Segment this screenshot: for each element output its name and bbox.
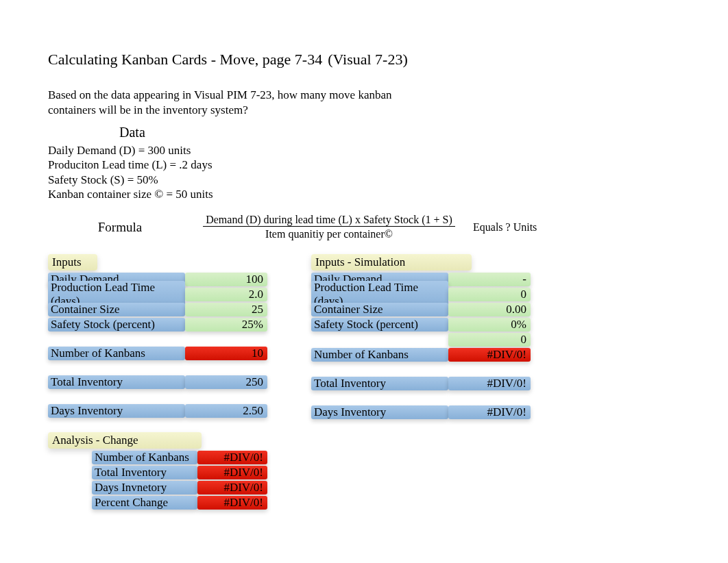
inputs-header: Inputs	[48, 254, 97, 271]
daily-demand-value[interactable]: 100	[185, 273, 267, 286]
plt-value[interactable]: 2.0	[185, 288, 267, 301]
num-kanbans-label: Number of Kanbans	[48, 347, 185, 360]
analysis-di-label: Days Invnetory	[92, 481, 197, 495]
days-inventory-label: Days Inventory	[48, 404, 185, 418]
analysis-header: Analysis - Change	[48, 432, 202, 449]
sim-total-inventory-label: Total Inventory	[311, 377, 448, 390]
container-size-value[interactable]: 25	[185, 303, 267, 316]
data-line-1: Daily Demand (D) = 300 units	[48, 143, 728, 158]
title-visual: (Visual 7-23)	[328, 51, 408, 68]
formula-block: Formula Demand (D) during lead time (L) …	[48, 214, 728, 240]
analysis-ti-label: Total Inventory	[92, 466, 197, 479]
analysis-pc-value: #DIV/0!	[197, 496, 267, 510]
sim-safety-stock-value[interactable]: 0%	[448, 318, 531, 331]
sim-extra-value[interactable]: 0	[448, 333, 531, 347]
formula-denominator: Item quanitiy per container©	[192, 228, 466, 240]
days-inventory-value: 2.50	[185, 404, 267, 418]
data-line-4: Kanban container size © = 50 units	[48, 187, 728, 201]
num-kanbans-value: 10	[185, 347, 267, 360]
sim-days-inventory-label: Days Inventory	[311, 405, 448, 419]
formula-equals: Equals ? Units	[473, 221, 537, 234]
title-main: Calculating Kanban Cards - Move, page 7-…	[48, 51, 322, 68]
sim-safety-stock-label: Safety Stock (percent)	[311, 318, 448, 331]
analysis-nk-value: #DIV/0!	[197, 451, 267, 464]
data-line-3: Safety Stock (S) = 50%	[48, 173, 728, 187]
sim-container-size-value[interactable]: 0.00	[448, 303, 531, 316]
data-header: Data	[119, 125, 728, 140]
page-title: Calculating Kanban Cards - Move, page 7-…	[48, 51, 728, 68]
data-line-2: Produciton Lead time (L) = .2 days	[48, 158, 728, 172]
sim-header: Inputs - Simulation	[311, 254, 472, 271]
question-text: Based on the data appearing in Visual PI…	[48, 88, 422, 118]
simulation-panel: Inputs - Simulation Daily Demand - Produ…	[311, 254, 531, 510]
sim-num-kanbans-value: #DIV/0!	[448, 348, 531, 362]
safety-stock-value[interactable]: 25%	[185, 318, 267, 331]
safety-stock-label: Safety Stock (percent)	[48, 318, 185, 331]
total-inventory-value: 250	[185, 375, 267, 389]
inputs-panel: Inputs Daily Demand 100 Production Lead …	[48, 254, 267, 510]
analysis-pc-label: Percent Change	[92, 496, 197, 510]
formula-numerator: Demand (D) during lead time (L) x Safety…	[203, 214, 455, 227]
total-inventory-label: Total Inventory	[48, 375, 185, 389]
sim-num-kanbans-label: Number of Kanbans	[311, 348, 448, 362]
formula-label: Formula	[48, 220, 192, 235]
analysis-nk-label: Number of Kanbans	[92, 451, 197, 464]
container-size-label: Container Size	[48, 303, 185, 316]
data-lines: Daily Demand (D) = 300 units Produciton …	[48, 143, 728, 201]
sim-container-size-label: Container Size	[311, 303, 448, 316]
sim-daily-demand-value[interactable]: -	[448, 273, 531, 286]
analysis-di-value: #DIV/0!	[197, 481, 267, 495]
sim-days-inventory-value: #DIV/0!	[448, 405, 531, 419]
sim-total-inventory-value: #DIV/0!	[448, 377, 531, 390]
sim-plt-value[interactable]: 0	[448, 288, 531, 301]
analysis-ti-value: #DIV/0!	[197, 466, 267, 479]
